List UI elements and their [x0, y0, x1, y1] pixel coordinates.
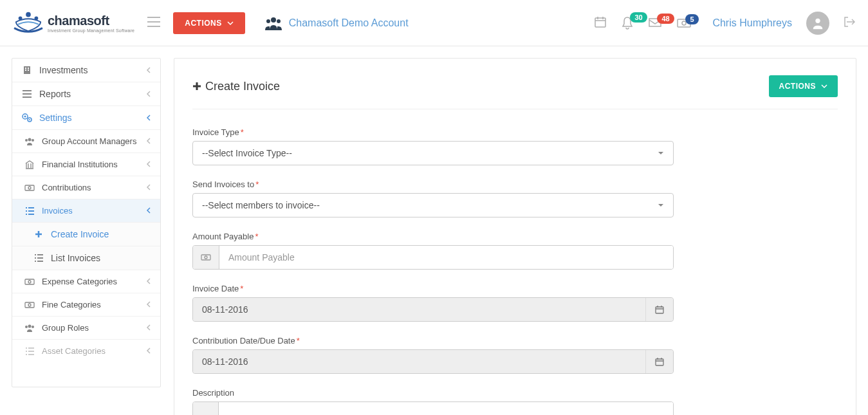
caret-down-icon	[658, 151, 664, 155]
caret-down-icon	[658, 203, 664, 207]
svg-point-4	[266, 19, 270, 23]
svg-rect-6	[595, 18, 605, 27]
description-textarea[interactable]	[219, 402, 673, 415]
svg-point-5	[277, 19, 281, 23]
chevron-left-icon	[146, 300, 151, 309]
form-group-amount: Amount Payable*	[192, 232, 838, 270]
chevron-left-icon	[146, 206, 151, 216]
sidebar-label: Invoices	[42, 206, 146, 216]
actions-button-header-label: ACTIONS	[185, 19, 222, 28]
money-badge: 5	[685, 14, 698, 24]
svg-point-30	[32, 326, 34, 328]
header: chamasoft Investment Group Management So…	[0, 0, 868, 46]
svg-point-28	[28, 324, 32, 327]
sidebar-label: Fine Categories	[42, 300, 146, 309]
money-icon	[24, 279, 35, 285]
invoice-type-select[interactable]: --Select Invoice Type--	[192, 141, 674, 165]
chevron-left-icon	[146, 89, 151, 99]
svg-point-18	[29, 119, 30, 120]
form-group-invoice-type: Invoice Type* --Select Invoice Type--	[192, 127, 838, 165]
chevron-left-icon	[146, 136, 151, 146]
svg-point-23	[28, 187, 31, 189]
sidebar-label: Reports	[39, 89, 146, 99]
content-header: Create Invoice ACTIONS	[192, 75, 838, 109]
sidebar-label: Contributions	[42, 183, 146, 192]
description-label: Description	[192, 388, 838, 398]
chevron-left-icon	[146, 183, 151, 192]
user-icon	[811, 16, 825, 30]
svg-point-21	[32, 139, 34, 142]
due-date-group	[192, 349, 674, 374]
sidebar-label: Group Roles	[42, 323, 146, 333]
select-value: --Select Invoice Type--	[202, 148, 292, 158]
sidebar-item-financial-institutions[interactable]: Financial Institutions	[12, 153, 160, 176]
chevron-left-icon	[146, 65, 151, 75]
actions-button-content[interactable]: ACTIONS	[769, 75, 838, 97]
select-value: --Select members to invoice--	[202, 200, 320, 210]
calendar-icon[interactable]	[594, 15, 607, 30]
sidebar-item-list-invoices[interactable]: List Invoices	[12, 246, 160, 270]
svg-point-16	[24, 116, 26, 118]
textarea-addon	[193, 402, 219, 415]
page-title: Create Invoice	[192, 80, 280, 93]
svg-point-27	[28, 304, 31, 306]
amount-input[interactable]	[219, 246, 673, 269]
sidebar-item-investments[interactable]: Investments	[12, 59, 160, 82]
sidebar-item-group-managers[interactable]: Group Account Managers	[12, 130, 160, 153]
svg-rect-14	[28, 69, 29, 71]
form-group-description: Description	[192, 388, 838, 415]
group-icon	[24, 138, 35, 145]
logout-icon[interactable]	[844, 16, 855, 30]
avatar[interactable]	[806, 12, 829, 35]
sidebar-item-settings[interactable]: Settings	[12, 106, 160, 130]
hamburger-menu-icon[interactable]	[147, 17, 160, 29]
logo[interactable]: chamasoft Investment Group Management So…	[13, 10, 134, 37]
send-to-select[interactable]: --Select members to invoice--	[192, 193, 674, 217]
svg-rect-24	[25, 279, 34, 284]
plus-icon	[33, 230, 44, 238]
svg-point-20	[25, 139, 28, 142]
chevron-left-icon	[146, 323, 151, 333]
chevron-left-icon	[146, 277, 151, 286]
due-date-label: Contribution Date/Due Date*	[192, 336, 838, 346]
actions-button-header[interactable]: ACTIONS	[173, 12, 245, 34]
calendar-icon[interactable]	[645, 298, 673, 321]
svg-point-3	[271, 17, 276, 23]
sidebar-item-asset-categories[interactable]: Asset Categories	[12, 340, 160, 358]
sidebar-item-contributions[interactable]: Contributions	[12, 176, 160, 199]
sidebar-label: Group Account Managers	[42, 136, 146, 146]
group-info[interactable]: Chamasoft Demo Account	[264, 16, 409, 30]
bank-icon	[24, 160, 35, 169]
sidebar-item-expense-categories[interactable]: Expense Categories	[12, 270, 160, 293]
svg-rect-13	[25, 69, 26, 71]
messages-icon[interactable]: 48	[648, 17, 662, 29]
sidebar-item-create-invoice[interactable]: Create Invoice	[12, 223, 160, 246]
description-group	[192, 401, 674, 415]
svg-rect-12	[28, 68, 29, 69]
list-icon	[24, 347, 35, 355]
money-icon	[24, 185, 35, 191]
invoice-date-input[interactable]	[193, 298, 645, 321]
container: Investments Reports Settings Group Accou…	[0, 46, 868, 415]
sidebar-label: List Invoices	[51, 253, 151, 263]
due-date-input[interactable]	[193, 350, 645, 373]
logo-text: chamasoft Investment Group Management So…	[48, 14, 134, 33]
invoice-date-label: Invoice Date*	[192, 284, 838, 293]
content: Create Invoice ACTIONS Invoice Type* --S…	[174, 58, 856, 415]
sidebar-item-invoices[interactable]: Invoices	[12, 199, 160, 223]
sidebar-item-reports[interactable]: Reports	[12, 82, 160, 106]
money-icon	[24, 302, 35, 308]
sidebar-item-fine-categories[interactable]: Fine Categories	[12, 293, 160, 317]
svg-rect-11	[25, 68, 26, 69]
money-icon[interactable]: 5	[676, 18, 692, 28]
send-to-label: Send Invoices to*	[192, 180, 838, 189]
notifications-icon[interactable]: 30	[621, 16, 634, 30]
list-icon	[21, 90, 33, 98]
username[interactable]: Chris Humphreys	[712, 17, 792, 29]
messages-badge: 48	[657, 14, 674, 24]
notifications-badge: 30	[630, 12, 647, 23]
svg-point-25	[28, 281, 31, 283]
gear-icon	[21, 113, 33, 122]
calendar-icon[interactable]	[645, 350, 673, 373]
sidebar-item-group-roles[interactable]: Group Roles	[12, 317, 160, 340]
